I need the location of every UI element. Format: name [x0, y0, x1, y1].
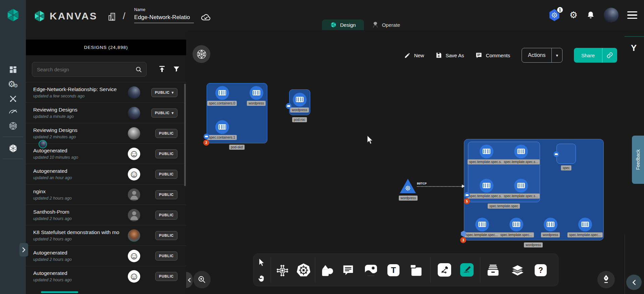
image-tool-button[interactable]	[364, 263, 378, 277]
visibility-chip[interactable]: PUBLIC	[155, 149, 177, 158]
node-label: spec.template.spec.s...	[468, 159, 505, 164]
actions-label[interactable]: Actions	[522, 48, 551, 62]
actions-caret[interactable]: ▾	[551, 48, 562, 62]
sticky-note-tool-button[interactable]	[409, 264, 423, 277]
comment-tool-button[interactable]	[341, 263, 356, 278]
visibility-chip[interactable]: PUBLIC	[155, 190, 177, 199]
lifecycle-gears-icon[interactable]: ⚙⚙	[0, 80, 26, 88]
design-list-item[interactable]: Autogeneratedupdated 2 hours ago☺PUBLIC	[26, 245, 186, 266]
design-list-item[interactable]: nginxupdated 2 hours agoPUBLIC	[26, 184, 186, 205]
container-node[interactable]	[578, 218, 592, 231]
tab-design[interactable]: Design	[322, 19, 364, 30]
visibility-chip[interactable]: PUBLIC	[155, 129, 177, 138]
error-count-badge[interactable]: 2	[203, 140, 209, 146]
kanvas-hexagon-icon[interactable]	[0, 143, 26, 153]
dashboard-icon[interactable]	[0, 65, 26, 74]
kanvas-brand[interactable]: KANVAS	[33, 9, 97, 23]
container-node[interactable]	[480, 179, 493, 193]
error-count-badge[interactable]: 3	[460, 237, 466, 243]
expand-sidebar-button[interactable]	[19, 243, 28, 256]
pen-nib-button[interactable]	[597, 271, 615, 288]
design-list-item[interactable]: Autogeneratedupdated 2 hours ago☺PUBLIC	[26, 266, 186, 286]
container-node[interactable]	[293, 93, 307, 106]
save-as-button[interactable]: Save As	[435, 52, 464, 59]
new-button[interactable]: New	[404, 52, 424, 59]
feedback-tab[interactable]: Feedback	[632, 136, 644, 184]
design-name: K8 Statefulset demonstration with mo	[33, 229, 129, 235]
kanvas-canvas-logo-button[interactable]	[193, 45, 210, 63]
design-list-item[interactable]: Reviewing Designsupdated 2 minutes agoPU…	[26, 123, 186, 143]
container-node[interactable]	[215, 86, 229, 100]
visibility-chip[interactable]: PUBLIC	[155, 231, 177, 240]
copy-link-icon[interactable]	[602, 48, 617, 63]
container-node[interactable]	[514, 179, 528, 193]
design-list-item[interactable]: Autogeneratedupdated an hour ago☺PUBLIC	[26, 164, 186, 184]
container-node[interactable]	[544, 218, 557, 231]
group-spec-template-spec[interactable]	[468, 142, 540, 202]
collapse-right-button[interactable]	[626, 275, 642, 290]
container-node[interactable]	[250, 86, 263, 100]
design-list-item[interactable]: Reviewing Designsupdated a minute agoPUB…	[26, 102, 186, 123]
design-list-item[interactable]: Edge-Network-Relationship: Serviceupdate…	[26, 82, 186, 102]
group-spec[interactable]	[556, 144, 576, 164]
search-input[interactable]	[32, 67, 135, 72]
import-design-button[interactable]	[158, 65, 166, 74]
visibility-chip[interactable]: PUBLIC	[155, 211, 177, 220]
menu-hamburger-icon[interactable]	[627, 11, 637, 19]
error-count-badge[interactable]: 5	[464, 198, 470, 204]
design-canvas[interactable]: New Save As Comments Actions ▾ Shar	[186, 30, 644, 294]
help-tool-button[interactable]: ?	[535, 264, 547, 276]
comments-icon	[475, 52, 482, 59]
design-name-input[interactable]	[134, 13, 194, 23]
configuration-tools-icon[interactable]	[0, 94, 26, 103]
meshery-extensions-icon[interactable]	[0, 121, 26, 131]
merge-branch-icon[interactable]: Y	[631, 43, 637, 53]
visibility-chip[interactable]: PUBLIC	[155, 251, 177, 261]
designs-scrollbar[interactable]	[184, 84, 186, 186]
filter-designs-button[interactable]	[173, 65, 180, 74]
new-label: New	[414, 53, 424, 58]
zoom-button[interactable]	[193, 271, 211, 288]
components-tool-button[interactable]	[275, 263, 290, 278]
service-node[interactable]	[400, 179, 416, 193]
pan-tool-button[interactable]	[255, 272, 268, 285]
design-author-avatar	[128, 229, 140, 242]
user-avatar[interactable]	[604, 8, 619, 22]
container-node[interactable]	[475, 218, 489, 231]
text-tool-button[interactable]: T	[387, 264, 399, 276]
performance-dial-icon[interactable]	[0, 108, 26, 115]
edge-service-to-deployment[interactable]	[417, 186, 463, 187]
meshery-logo[interactable]	[0, 0, 26, 30]
kubernetes-tool-button[interactable]	[296, 263, 311, 278]
organization-icon[interactable]	[107, 12, 117, 21]
shapes-tool-button[interactable]	[319, 263, 335, 278]
settings-gear-icon[interactable]: ⚙	[570, 11, 578, 20]
pen-path-tool-button[interactable]	[438, 263, 451, 277]
kubernetes-context-button[interactable]: 1	[549, 9, 561, 21]
layers-button[interactable]	[510, 263, 525, 278]
notifications-bell-icon[interactable]	[586, 10, 595, 20]
actions-split-button[interactable]: Actions ▾	[522, 48, 562, 63]
design-name: Autogenerated	[33, 270, 129, 276]
share-label[interactable]: Share	[574, 48, 602, 63]
design-author-avatar: ☺	[128, 148, 140, 160]
design-list-item[interactable]: K8 Statefulset demonstration with moupda…	[26, 225, 186, 245]
comments-button[interactable]: Comments	[475, 52, 510, 59]
history-drawer-button[interactable]	[486, 263, 500, 278]
container-node[interactable]	[514, 145, 528, 158]
tab-operate[interactable]: Operate	[364, 19, 408, 30]
container-node[interactable]	[509, 218, 523, 231]
design-list-item[interactable]: Santhosh-Promupdated 2 hours agoPUBLIC	[26, 205, 186, 225]
share-split-button[interactable]: Share	[574, 48, 617, 63]
collapse-panel-button[interactable]	[186, 272, 193, 288]
node-label: wordpress	[247, 101, 266, 106]
select-tool-button[interactable]	[255, 256, 268, 269]
container-node[interactable]	[215, 120, 229, 134]
design-list-item[interactable]: Autogeneratedupdated 10 minutes ago☺PUBL…	[26, 143, 186, 164]
freehand-draw-tool-button[interactable]	[460, 263, 474, 277]
visibility-chip[interactable]: PUBLIC▾	[151, 108, 177, 118]
visibility-chip[interactable]: PUBLIC	[155, 170, 177, 179]
visibility-chip[interactable]: PUBLIC▾	[151, 88, 177, 97]
container-node[interactable]	[480, 145, 493, 158]
visibility-chip[interactable]: PUBLIC	[155, 272, 177, 281]
